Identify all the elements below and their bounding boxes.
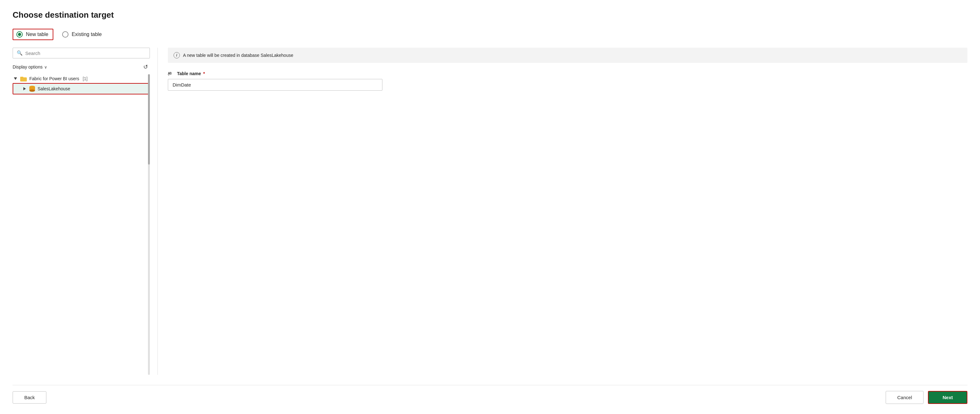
- abc-icon: AB C: [168, 70, 175, 77]
- tree-container: Fabric for Power BI users [1] SalesLakeh…: [13, 74, 150, 375]
- radio-group: New table Existing table: [13, 29, 967, 40]
- right-buttons: Cancel Next: [886, 391, 967, 404]
- tree-lakehouse-row[interactable]: SalesLakehouse: [13, 83, 150, 94]
- workspace-name: Fabric for Power BI users: [29, 76, 79, 81]
- info-banner: i A new table will be created in databas…: [168, 48, 967, 63]
- chevron-down-icon: ∨: [44, 65, 47, 69]
- required-star: *: [203, 71, 205, 76]
- table-name-input[interactable]: [168, 79, 382, 91]
- workspace-count: [1]: [83, 76, 88, 81]
- search-icon: 🔍: [17, 50, 23, 56]
- scroll-indicator: [148, 74, 150, 375]
- radio-new-table[interactable]: New table: [13, 29, 53, 40]
- search-input[interactable]: [25, 51, 146, 56]
- left-panel: 🔍 Display options ∨ ↺ Fabric for Power B…: [13, 48, 158, 375]
- svg-rect-1: [20, 77, 23, 78]
- folder-icon: [20, 76, 27, 82]
- refresh-button[interactable]: ↺: [142, 63, 150, 71]
- right-panel: i A new table will be created in databas…: [158, 48, 967, 375]
- radio-circle-existing-table: [62, 31, 68, 38]
- display-options-row: Display options ∨ ↺: [13, 63, 150, 71]
- display-options-label-text: Display options: [13, 64, 43, 69]
- expand-arrow-icon: [23, 87, 26, 90]
- radio-label-new-table: New table: [26, 32, 48, 37]
- collapse-arrow-icon: [14, 77, 17, 80]
- radio-label-existing-table: Existing table: [72, 32, 102, 37]
- display-options-button[interactable]: Display options ∨: [13, 64, 47, 69]
- bottom-bar: Back Cancel Next: [13, 385, 967, 404]
- tree-workspace-row[interactable]: Fabric for Power BI users [1]: [13, 74, 150, 83]
- page-title: Choose destination target: [13, 10, 967, 20]
- back-button[interactable]: Back: [13, 391, 46, 404]
- main-content: 🔍 Display options ∨ ↺ Fabric for Power B…: [13, 48, 967, 375]
- cancel-button[interactable]: Cancel: [886, 391, 924, 404]
- lakehouse-name: SalesLakehouse: [38, 86, 70, 91]
- table-name-section: AB C Table name *: [168, 70, 967, 91]
- info-icon: i: [173, 52, 180, 58]
- scroll-thumb: [148, 74, 150, 165]
- table-name-field-label: Table name: [177, 71, 201, 76]
- search-box: 🔍: [13, 48, 150, 58]
- info-message: A new table will be created in database …: [183, 53, 293, 58]
- svg-point-4: [29, 90, 35, 92]
- next-button[interactable]: Next: [928, 391, 967, 404]
- lakehouse-icon: [29, 85, 35, 92]
- radio-existing-table[interactable]: Existing table: [62, 31, 102, 38]
- radio-circle-new-table: [16, 31, 23, 38]
- table-name-label: AB C Table name *: [168, 70, 967, 77]
